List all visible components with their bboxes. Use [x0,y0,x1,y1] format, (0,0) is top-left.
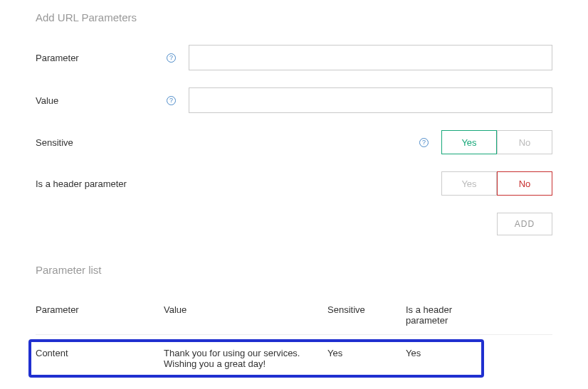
section-title: Add URL Parameters [36,11,552,23]
value-input[interactable] [189,87,552,113]
isheader-no-button[interactable]: No [497,171,552,196]
add-button[interactable]: ADD [497,213,552,235]
col-header-sensitive: Sensitive [327,304,406,326]
cell-isheader: Yes [406,348,470,358]
sensitive-label: Sensitive [36,137,73,148]
help-icon[interactable]: ? [167,96,176,105]
value-row: Value ? [36,87,552,113]
value-label: Value [36,95,58,106]
cell-sensitive: Yes [327,348,406,358]
cell-parameter: Content [36,348,164,358]
parameter-label: Parameter [36,53,79,63]
sensitive-no-button[interactable]: No [497,130,552,154]
cell-value: Thank you for using our services. Wishin… [164,348,327,369]
isheader-label: Is a header parameter [36,178,127,189]
help-icon[interactable]: ? [167,53,176,63]
sensitive-row: Sensitive ? Yes No [36,130,552,154]
parameter-row: Parameter ? [36,45,552,70]
col-header-parameter: Parameter [36,304,164,326]
table-header: Parameter Value Sensitive Is a header pa… [36,304,552,335]
isheader-row: Is a header parameter Yes No [36,171,552,196]
col-header-value: Value [164,304,327,326]
table-row: Content Thank you for using our services… [36,348,477,369]
isheader-toggle: Yes No [441,171,552,196]
parameter-input[interactable] [189,45,552,70]
help-icon[interactable]: ? [419,138,429,147]
list-title: Parameter list [36,264,552,276]
col-header-isheader: Is a header parameter [406,304,470,326]
highlighted-row-box: Content Thank you for using our services… [28,339,484,378]
sensitive-yes-button[interactable]: Yes [441,130,497,154]
isheader-yes-button[interactable]: Yes [441,171,497,196]
sensitive-toggle: Yes No [441,130,552,154]
